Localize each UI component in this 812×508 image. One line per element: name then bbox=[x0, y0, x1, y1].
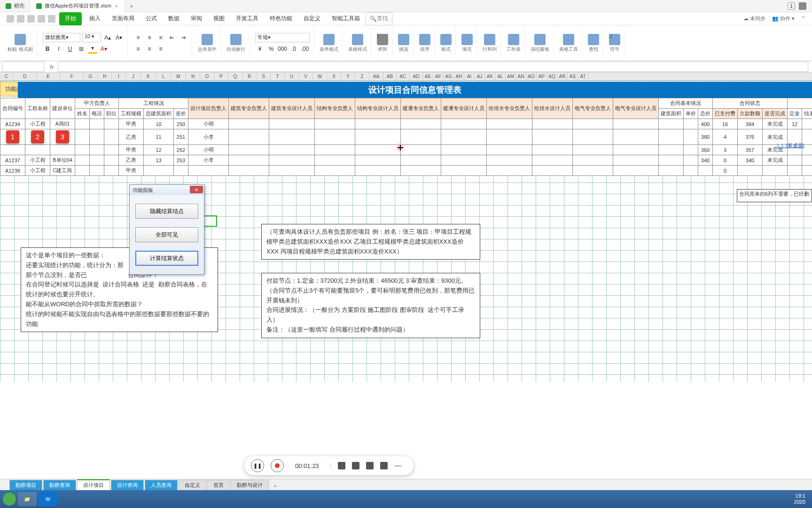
pen-icon[interactable] bbox=[380, 462, 388, 469]
col-header[interactable]: AD bbox=[410, 72, 423, 80]
font-size-select[interactable]: 10 ▾ bbox=[82, 33, 101, 42]
add-sheet-button[interactable]: + bbox=[270, 482, 280, 490]
col-header[interactable]: E bbox=[37, 72, 60, 80]
sum-group[interactable]: Σ求和 bbox=[373, 27, 392, 59]
sync-status[interactable]: ☁ 未同步 bbox=[743, 15, 765, 22]
col-header[interactable]: U bbox=[285, 72, 299, 80]
col-header[interactable]: W bbox=[313, 72, 327, 80]
format-painter-label[interactable]: 格式刷 bbox=[19, 46, 33, 53]
table-style-group[interactable]: 表格样式 bbox=[344, 27, 371, 59]
grow-font-button[interactable]: A▴ bbox=[103, 33, 112, 42]
user-avatar-icon[interactable] bbox=[799, 2, 806, 10]
undo-icon[interactable] bbox=[27, 15, 35, 23]
col-header[interactable]: AQ bbox=[547, 72, 557, 80]
explorer-icon[interactable]: 📁 bbox=[18, 492, 37, 506]
col-header[interactable]: AH bbox=[454, 72, 464, 80]
col-header[interactable]: AT bbox=[578, 72, 588, 80]
col-header[interactable]: Q bbox=[228, 72, 242, 80]
col-header[interactable]: AR bbox=[557, 72, 568, 80]
col-header[interactable]: P bbox=[214, 72, 228, 80]
col-header[interactable]: AG bbox=[444, 72, 454, 80]
col-header[interactable]: AP bbox=[537, 72, 547, 80]
col-header[interactable]: L bbox=[156, 72, 171, 80]
ribbon-tab-smart[interactable]: 智能工具箱 bbox=[326, 12, 366, 25]
align-right-icon[interactable]: ≡ bbox=[156, 44, 165, 54]
col-header[interactable]: M bbox=[171, 72, 186, 80]
stop-button[interactable] bbox=[271, 459, 284, 472]
tab-add-button[interactable]: + bbox=[125, 2, 138, 10]
collab-button[interactable]: 👥 协作 ▾ bbox=[772, 15, 795, 22]
merge-icon[interactable] bbox=[202, 34, 213, 45]
fx-icon[interactable]: fx bbox=[46, 64, 58, 70]
col-header[interactable]: K bbox=[141, 72, 156, 80]
ribbon-tab-layout[interactable]: 页面布局 bbox=[106, 12, 140, 25]
note-textbox-3[interactable]: 付款节点：1.定金：37200元 2.外业结束：46500元 3.审查结束：93… bbox=[261, 273, 480, 338]
col-header[interactable]: D bbox=[13, 72, 37, 80]
sheet-tab[interactable]: 首页 bbox=[207, 480, 230, 490]
align-mid-icon[interactable]: ≡ bbox=[145, 33, 154, 42]
ribbon-tab-data[interactable]: 数据 bbox=[163, 12, 185, 25]
col-header[interactable]: V bbox=[299, 72, 313, 80]
find-group[interactable]: 查找 bbox=[584, 27, 603, 59]
sheet-tab[interactable]: 勘察查询 bbox=[43, 480, 76, 490]
col-header[interactable]: Y bbox=[341, 72, 355, 80]
sheet-tab[interactable]: 勘察项目 bbox=[9, 480, 42, 490]
col-header[interactable]: J bbox=[126, 72, 141, 80]
sheet-tab[interactable]: 设计查询 bbox=[111, 480, 144, 490]
fill-group[interactable]: 填充 bbox=[458, 27, 477, 59]
dec-dec-icon[interactable]: .00 bbox=[300, 44, 310, 54]
tab-shell[interactable]: 稻壳 bbox=[0, 0, 31, 12]
tab-close-icon[interactable]: × bbox=[114, 4, 119, 8]
grid-area[interactable]: 功能面板 设计项目合同信息管理表 合同编号工程名称建设单位 甲方负责人 工程情况… bbox=[0, 81, 812, 382]
save-icon[interactable] bbox=[17, 15, 24, 23]
col-header[interactable]: F bbox=[60, 72, 84, 80]
col-header[interactable]: N bbox=[186, 72, 200, 80]
align-bot-icon[interactable]: ≡ bbox=[156, 33, 165, 42]
sort-group[interactable]: 排序 bbox=[415, 27, 435, 59]
mic-icon[interactable] bbox=[352, 462, 359, 469]
redo-icon[interactable] bbox=[38, 15, 45, 23]
col-header[interactable]: X bbox=[327, 72, 341, 80]
table-row[interactable]: A1238小工程C建工局甲类0 bbox=[0, 166, 812, 176]
col-header[interactable]: AN bbox=[516, 72, 526, 80]
sheet-tab[interactable]: 自定义 bbox=[179, 480, 206, 490]
border-button[interactable]: ⊞ bbox=[77, 44, 86, 54]
caret-up-icon[interactable]: ⌃ bbox=[801, 16, 805, 22]
col-header[interactable]: AI bbox=[464, 72, 475, 80]
col-header[interactable]: C bbox=[0, 72, 13, 80]
ribbon-tab-view[interactable]: 视图 bbox=[208, 12, 230, 25]
sheet-tab[interactable]: 人员查询 bbox=[145, 480, 178, 490]
col-header[interactable]: AA bbox=[369, 72, 383, 80]
tab-file[interactable]: 微信Apple合同项目管理.xlsm× bbox=[31, 0, 125, 12]
font-color-button[interactable]: A▾ bbox=[99, 44, 109, 54]
ribbon-tab-insert[interactable]: 插入 bbox=[84, 12, 106, 25]
paste-icon[interactable] bbox=[15, 34, 26, 45]
ribbon-tab-custom[interactable]: 自定义 bbox=[298, 12, 326, 25]
dec-inc-icon[interactable]: .0 bbox=[289, 44, 298, 54]
col-header[interactable]: O bbox=[200, 72, 214, 80]
table-row[interactable]: A1234小工程A局01甲类10250小明40016384未完成124 bbox=[0, 119, 812, 129]
dialog-titlebar[interactable]: 功能面板 ✕ bbox=[130, 185, 204, 195]
col-header[interactable]: AC bbox=[397, 72, 410, 80]
indent-inc-icon[interactable]: ⇥ bbox=[179, 33, 188, 42]
col-header[interactable]: AO bbox=[526, 72, 537, 80]
table-row[interactable]: A1237小工程B单位04乙类13253小李3400340未完成 bbox=[0, 155, 812, 166]
screen-recorder-bar[interactable]: ❚❚ 00:01:23 | — bbox=[244, 456, 414, 475]
pause-button[interactable]: ❚❚ bbox=[251, 459, 264, 472]
wps-icon[interactable]: W bbox=[39, 492, 57, 506]
col-header[interactable]: R bbox=[242, 72, 257, 80]
system-clock[interactable]: 19:12020 bbox=[794, 493, 809, 505]
camera-icon[interactable] bbox=[366, 462, 374, 469]
col-header[interactable]: AJ bbox=[475, 72, 485, 80]
tools-group[interactable]: 表格工具 bbox=[555, 27, 582, 59]
rowcol-group[interactable]: 行和列 bbox=[479, 27, 501, 59]
percent-icon[interactable]: % bbox=[266, 44, 276, 54]
shrink-font-button[interactable]: A▾ bbox=[114, 33, 124, 42]
show-all-button[interactable]: 全部可见 bbox=[135, 227, 198, 242]
col-header[interactable]: AE bbox=[423, 72, 433, 80]
search-box[interactable]: 🔍 查找 bbox=[366, 12, 392, 25]
symbol-group[interactable]: Ω符号 bbox=[605, 27, 625, 59]
format-group[interactable]: 格式 bbox=[437, 27, 456, 59]
align-top-icon[interactable]: ≡ bbox=[133, 33, 143, 42]
col-header[interactable]: G bbox=[84, 72, 98, 80]
